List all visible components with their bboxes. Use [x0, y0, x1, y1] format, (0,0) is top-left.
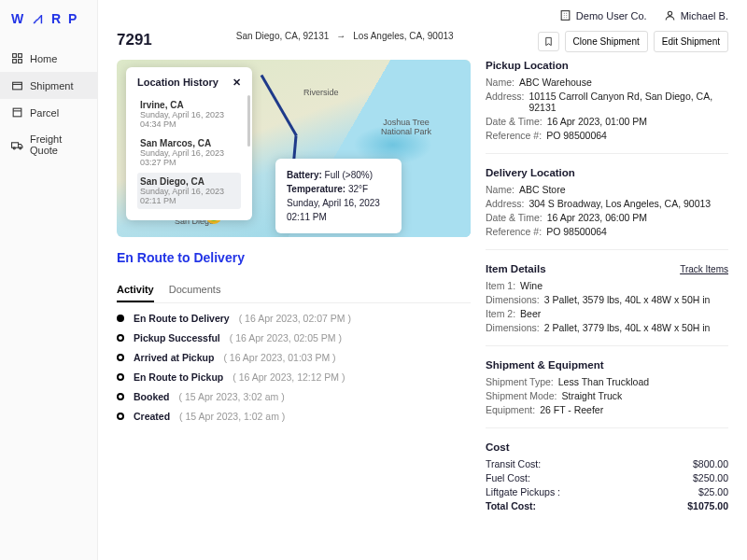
label: Name:: [486, 184, 514, 195]
value: 10115 Carroll Canyon Rd, San Diego, CA, …: [529, 91, 728, 113]
topbar: Demo User Co. Michael B.: [98, 0, 747, 31]
section-title: Item Details: [486, 263, 546, 274]
location-item[interactable]: San Diego, CA Sunday, April 16, 2023 02:…: [137, 173, 241, 209]
bookmark-icon: [543, 36, 554, 47]
items-section: Item Details Track Items Item 1:Wine Dim…: [486, 263, 728, 346]
activity-item: En Route to Delivery ( 16 Apr 2023, 02:0…: [117, 313, 471, 324]
activity-item: Booked ( 15 Apr 2023, 3:02 am ): [117, 391, 471, 402]
value: ABC Store: [519, 184, 566, 195]
activity-label: Arrived at Pickup: [134, 352, 214, 363]
pickup-section: Pickup Location Name:ABC Warehouse Addre…: [486, 60, 728, 154]
map-label: Riverside: [303, 88, 339, 97]
svg-rect-9: [561, 11, 570, 21]
arrow-icon: →: [336, 31, 345, 41]
section-title: Pickup Location: [486, 60, 728, 71]
popup-title: Location History: [137, 77, 218, 89]
value: $25.00: [698, 486, 728, 497]
label: Liftgate Pickups :: [486, 486, 560, 497]
building-icon: [559, 9, 571, 21]
box-icon: [11, 79, 23, 91]
svg-rect-2: [13, 60, 17, 63]
location-item[interactable]: San Marcos, CA Sunday, April 16, 2023 03…: [137, 134, 241, 171]
status-dot: [117, 413, 124, 420]
tab-activity[interactable]: Activity: [117, 278, 154, 302]
section-title: Delivery Location: [486, 167, 728, 178]
label: Shipment Mode:: [486, 390, 557, 401]
value: 16 Apr 2023, 01:00 PM: [547, 116, 647, 127]
battery-label: Battery:: [287, 170, 322, 180]
activity-item: Arrived at Pickup ( 16 Apr 2023, 01:03 P…: [117, 352, 471, 363]
close-icon[interactable]: ✕: [233, 77, 241, 89]
edit-button[interactable]: Edit Shipment: [654, 31, 728, 52]
nav-label: Shipment: [30, 80, 73, 91]
shipment-status: En Route to Delivery: [117, 250, 471, 265]
nav-label: Parcel: [30, 107, 59, 119]
activity-label: En Route to Delivery: [134, 313, 230, 324]
location-city: San Diego, CA: [140, 176, 238, 187]
status-dot: [117, 354, 124, 361]
temp-value: 32°F: [348, 184, 368, 194]
svg-rect-5: [13, 108, 21, 117]
equipment-section: Shipment & Equipment Shipment Type:Less …: [486, 359, 728, 428]
svg-rect-3: [19, 60, 22, 63]
tab-documents[interactable]: Documents: [169, 278, 221, 302]
user-icon: [664, 9, 676, 21]
activity-time: ( 16 Apr 2023, 01:03 PM ): [223, 352, 335, 363]
activity-time: ( 15 Apr 2023, 3:02 am ): [179, 391, 285, 402]
activity-label: En Route to Pickup: [134, 371, 223, 383]
nav-parcel[interactable]: Parcel: [0, 99, 97, 126]
clone-button[interactable]: Clone Shipment: [565, 31, 648, 52]
map-label: Joshua Tree National Park: [378, 118, 434, 136]
nav-label: Freight Quote: [30, 133, 86, 156]
activity-label: Created: [134, 411, 170, 422]
nav-freight-quote[interactable]: Freight Quote: [0, 126, 97, 163]
activity-time: ( 15 Apr 2023, 1:02 am ): [179, 411, 285, 422]
user-menu[interactable]: Michael B.: [664, 9, 728, 21]
value: 3 Pallet, 3579 lbs, 40L x 48W x 50H in: [544, 294, 711, 305]
activity-time: ( 16 Apr 2023, 02:05 PM ): [230, 332, 342, 343]
map[interactable]: Riverside Joshua Tree National Park San …: [117, 60, 471, 237]
value: PO 98500064: [546, 130, 607, 141]
value: $800.00: [693, 458, 728, 469]
scrollbar[interactable]: [247, 95, 250, 147]
value: 304 S Broadway, Los Angeles, CA, 90013: [529, 198, 711, 209]
activity-list: En Route to Delivery ( 16 Apr 2023, 02:0…: [117, 313, 471, 422]
track-items-link[interactable]: Track Items: [680, 264, 728, 274]
status-dot: [117, 373, 124, 381]
origin: San Diego, CA, 92131: [236, 31, 330, 41]
value: 2 Pallet, 3779 lbs, 40L x 48W x 50H in: [544, 322, 711, 333]
status-dot: [117, 315, 124, 322]
label: Address:: [486, 91, 524, 113]
activity-time: ( 16 Apr 2023, 02:07 PM ): [239, 313, 351, 324]
value: Less Than Truckload: [558, 376, 649, 387]
value: 16 Apr 2023, 06:00 PM: [547, 212, 647, 223]
label: Name:: [486, 77, 514, 88]
location-history-popup: Location History ✕ Irvine, CA Sunday, Ap…: [126, 67, 252, 220]
value: PO 98500064: [546, 226, 607, 237]
activity-item: En Route to Pickup ( 16 Apr 2023, 12:12 …: [117, 371, 471, 383]
label: Fuel Cost:: [486, 472, 530, 483]
label: Date & Time:: [486, 212, 543, 223]
value: Straight Truck: [561, 390, 622, 401]
location-item[interactable]: Irvine, CA Sunday, April 16, 2023 04:34 …: [137, 96, 241, 133]
nav-home[interactable]: Home: [0, 45, 97, 72]
route-summary: San Diego, CA, 92131 → Los Angeles, CA, …: [236, 31, 454, 41]
user-name: Michael B.: [681, 10, 728, 21]
route-line: [261, 75, 298, 136]
nav-label: Home: [30, 53, 57, 64]
location-city: San Marcos, CA: [140, 138, 238, 148]
delivery-section: Delivery Location Name:ABC Store Address…: [486, 167, 728, 250]
nav-shipment[interactable]: Shipment: [0, 72, 97, 99]
location-time: Sunday, April 16, 2023 04:34 PM: [140, 110, 238, 129]
activity-label: Booked: [134, 391, 170, 402]
status-dot: [117, 334, 124, 342]
grid-icon: [11, 52, 23, 64]
bookmark-button[interactable]: [538, 32, 559, 51]
activity-label: Pickup Successful: [134, 332, 220, 343]
company-switcher[interactable]: Demo User Co.: [559, 9, 647, 21]
package-icon: [11, 106, 23, 119]
destination: Los Angeles, CA, 90013: [353, 31, 453, 41]
value: $250.00: [693, 472, 728, 483]
section-title: Cost: [486, 441, 728, 453]
label: Item 2:: [486, 308, 515, 319]
